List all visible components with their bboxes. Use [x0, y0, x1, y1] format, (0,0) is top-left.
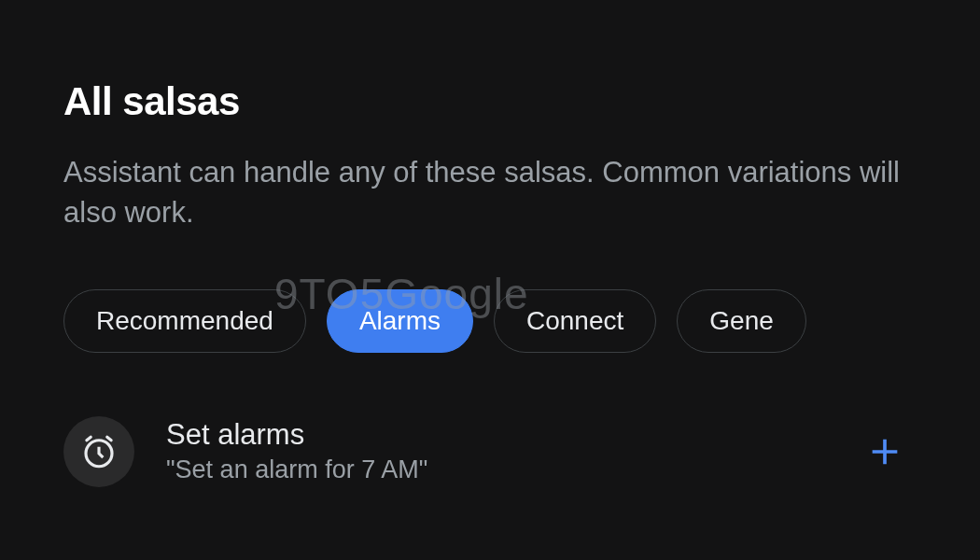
page-description: Assistant can handle any of these salsas… [63, 152, 917, 233]
category-chips-row: Recommended Alarms Connect Gene [63, 289, 917, 353]
list-item-text: Set alarms "Set an alarm for 7 AM" [166, 418, 831, 484]
chip-general[interactable]: Gene [677, 289, 806, 353]
settings-panel: All salsas Assistant can handle any of t… [0, 0, 980, 487]
page-title: All salsas [63, 79, 917, 124]
chip-recommended[interactable]: Recommended [63, 289, 306, 353]
list-item[interactable]: Set alarms "Set an alarm for 7 AM" [63, 416, 917, 487]
alarm-icon [63, 416, 134, 487]
plus-icon [866, 433, 903, 470]
list-item-title: Set alarms [166, 418, 831, 452]
add-button[interactable] [862, 429, 907, 474]
chip-connect[interactable]: Connect [494, 289, 656, 353]
chip-alarms[interactable]: Alarms [327, 289, 473, 353]
list-item-subtitle: "Set an alarm for 7 AM" [166, 455, 831, 484]
